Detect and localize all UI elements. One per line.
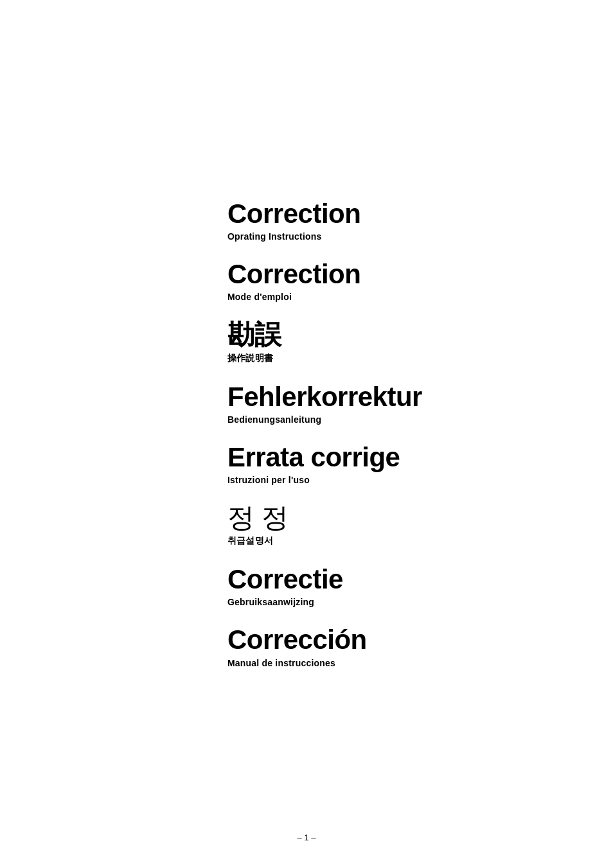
page-number: – 1 –: [298, 833, 316, 842]
entry-english: Correction Oprating Instructions: [227, 199, 536, 242]
page: Correction Oprating Instructions Correct…: [0, 0, 613, 868]
entry-german-subtitle: Bedienungsanleitung: [227, 414, 536, 425]
entry-french-subtitle: Mode d'emploi: [227, 292, 536, 302]
entry-spanish: Corrección Manual de instrucciones: [227, 625, 536, 668]
entry-dutch-subtitle: Gebruiksaanwijzing: [227, 597, 536, 607]
entry-dutch: Correctie Gebruiksaanwijzing: [227, 565, 536, 607]
entry-japanese-subtitle: 操作説明書: [227, 353, 536, 364]
entry-spanish-subtitle: Manual de instrucciones: [227, 658, 536, 668]
entry-italian-subtitle: Istruzioni per l'uso: [227, 475, 536, 485]
entry-spanish-title: Corrección: [227, 625, 536, 655]
entry-german: Fehlerkorrektur Bedienungsanleitung: [227, 382, 536, 425]
entry-english-subtitle: Oprating Instructions: [227, 231, 536, 242]
entry-italian-title: Errata corrige: [227, 443, 536, 472]
entry-german-title: Fehlerkorrektur: [227, 382, 536, 412]
entry-italian: Errata corrige Istruzioni per l'uso: [227, 443, 536, 485]
entry-korean-title: 정 정: [227, 503, 536, 533]
entry-french: Correction Mode d'emploi: [227, 260, 536, 302]
entry-japanese-title: 勘誤: [227, 320, 536, 350]
entry-french-title: Correction: [227, 260, 536, 289]
entry-japanese: 勘誤 操作説明書: [227, 320, 536, 364]
entry-english-title: Correction: [227, 199, 536, 229]
entry-dutch-title: Correctie: [227, 565, 536, 594]
entry-korean-subtitle: 취급설명서: [227, 535, 536, 547]
entry-korean: 정 정 취급설명서: [227, 503, 536, 547]
